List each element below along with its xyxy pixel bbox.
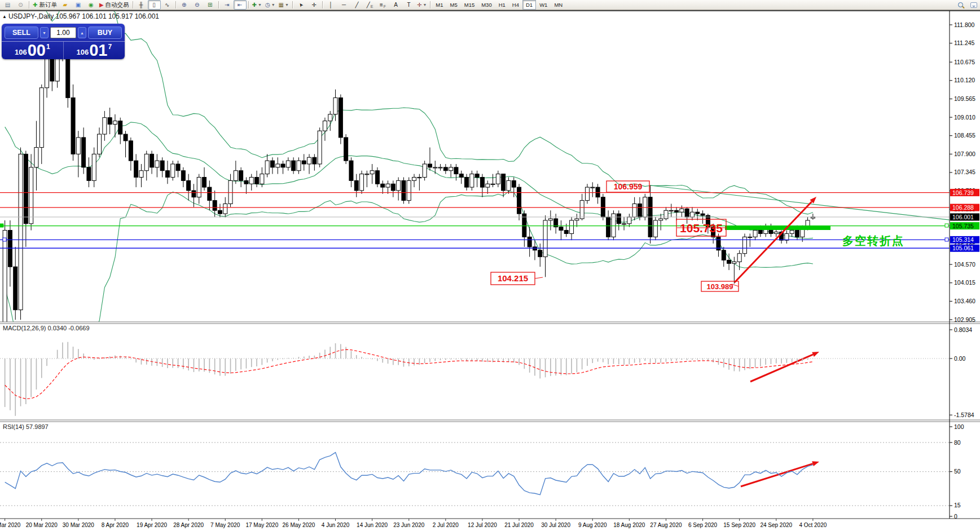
price-tick-label: 110.120	[954, 77, 975, 83]
date-tick-label: 20 Mar 2020	[26, 522, 58, 528]
price-tick-label: 111.800	[954, 21, 975, 28]
rsi-axis-label: 80	[954, 439, 961, 446]
macd-signal-line	[5, 349, 813, 399]
price-axis[interactable]: 111.800111.245110.675110.120109.565109.0…	[950, 21, 979, 520]
price-badge-text: 105.314	[952, 236, 974, 243]
ask-pip-digit: 7	[108, 43, 112, 51]
bid-pip-digit: 1	[46, 43, 50, 51]
date-tick-label: 26 May 2020	[283, 522, 315, 528]
price-tick-label: 109.565	[954, 95, 975, 102]
bullish-arrow-rsi[interactable]	[741, 461, 819, 486]
line-handle[interactable]	[945, 224, 948, 227]
date-tick-label: 30 Jul 2020	[541, 522, 570, 528]
date-tick-label: 21 Jul 2020	[504, 522, 534, 528]
date-tick-label: 17 May 2020	[245, 522, 278, 528]
date-tick-label: 27 Aug 2020	[650, 522, 682, 528]
date-tick-label: 24 Sep 2020	[760, 522, 792, 528]
bull-bear-turning-point-note[interactable]: 多空转折点	[842, 234, 904, 247]
rsi-axis-label: 50	[954, 468, 961, 475]
macd-indicator-label: MACD(12,26,9) 0.0340 -0.0669	[3, 325, 90, 331]
main-price-pane[interactable]	[3, 0, 953, 343]
mt4-terminal: ▤⊙✚新订单▰▣◉▶自动交易╫▯∿⊕⊖⊞⇥⇤✚▼◷▼▦▼➤✛│─╱╱E≡FAT✛…	[0, 0, 980, 531]
one-click-trading-panel: SELL ▼ ▲ BUY 106 00 1 106 01 7	[2, 24, 125, 59]
date-tick-label: 7 May 2020	[210, 522, 240, 528]
bullish-arrow-macd[interactable]	[750, 352, 819, 382]
date-tick-label: 4 Oct 2020	[799, 522, 827, 528]
rsi-axis-label: 15	[954, 502, 961, 508]
macd-axis-label: 0.00	[954, 355, 966, 362]
chart-symbol-period: USDJPY-,Daily	[8, 12, 54, 20]
line-handle[interactable]	[945, 238, 948, 241]
macd-axis-label: 0.8034	[954, 326, 972, 333]
date-tick-label: 28 Apr 2020	[173, 522, 204, 528]
sell-button[interactable]: SELL	[5, 26, 38, 39]
bollinger-bands	[5, 0, 813, 340]
date-tick-label: 14 Jun 2020	[357, 522, 388, 528]
price-tick-label: 102.905	[954, 316, 975, 323]
chart-title: ▲USDJPY-,Daily 105.967 106.101 105.917 1…	[2, 12, 159, 20]
price-badge-text: 105.735	[952, 223, 974, 229]
line-handle[interactable]	[3, 238, 6, 241]
price-tick-label: 107.345	[954, 169, 975, 175]
date-tick-label: 6 Sep 2020	[688, 522, 718, 528]
date-tick-label: 4 Jun 2020	[322, 522, 350, 528]
price-tick-label: 111.245	[954, 39, 975, 46]
rsi-pane[interactable]	[0, 442, 950, 506]
bid-price[interactable]: 106 00 1	[2, 42, 64, 59]
rsi-line	[5, 453, 813, 495]
volume-down-button[interactable]: ▼	[40, 27, 49, 38]
candles-layer	[3, 28, 815, 343]
date-tick-label: 23 Jun 2020	[393, 522, 424, 528]
price-tick-label: 109.010	[954, 114, 975, 121]
line-handle[interactable]	[0, 224, 3, 227]
price-tick-label: 103.460	[954, 298, 975, 304]
chart-annotations[interactable]: 106.959105.735104.215103.989多空转折点	[491, 181, 904, 486]
rsi-axis-label: 100	[954, 423, 964, 430]
price-tick-label: 110.675	[954, 59, 975, 65]
price-label-text: 103.989	[707, 282, 733, 291]
price-label-text: 104.215	[498, 273, 528, 283]
ask-prefix: 106	[76, 48, 89, 56]
date-tick-label: 15 Sep 2020	[723, 522, 755, 528]
macd-pane[interactable]	[0, 342, 950, 416]
date-tick-label: 18 Aug 2020	[613, 522, 645, 528]
rsi-indicator-label: RSI(14) 57.9897	[3, 423, 49, 430]
date-axis[interactable]: 11 Mar 202020 Mar 202030 Mar 20208 Apr 2…	[0, 519, 827, 528]
date-tick-label: 8 Apr 2020	[102, 522, 129, 528]
ask-price[interactable]: 106 01 7	[64, 42, 125, 59]
chart-ohlc-values: 105.967 106.101 105.917 106.001	[56, 12, 160, 20]
chart-canvas[interactable]: 106.959105.735104.215103.989多空转折点111.800…	[0, 0, 980, 531]
volume-up-button[interactable]: ▲	[78, 27, 86, 38]
date-tick-label: 19 Apr 2020	[137, 522, 167, 528]
support-zone-bar[interactable]	[725, 225, 830, 230]
buy-button[interactable]: BUY	[88, 26, 122, 39]
date-tick-label: 30 Mar 2020	[63, 522, 95, 528]
ask-big-digits: 01	[89, 43, 107, 57]
date-tick-label: 2 Jul 2020	[433, 522, 459, 528]
price-tick-label: 104.570	[954, 261, 975, 268]
collapse-icon[interactable]: ▲	[2, 14, 7, 19]
volume-input[interactable]	[50, 27, 76, 38]
macd-axis-label: -1.5784	[954, 411, 974, 418]
date-tick-label: 9 Aug 2020	[578, 522, 607, 528]
price-badge-text: 106.739	[952, 189, 974, 196]
rsi-axis-label: 0	[954, 513, 957, 520]
date-tick-label: 12 Jul 2020	[468, 522, 497, 528]
bid-prefix: 106	[15, 48, 27, 56]
bid-big-digits: 00	[28, 43, 46, 57]
price-badge-text: 106.288	[952, 204, 974, 211]
date-tick-label: 11 Mar 2020	[0, 522, 21, 528]
price-badge-text: 106.001	[952, 214, 974, 220]
price-tick-label: 104.015	[954, 279, 975, 286]
price-tick-label: 108.455	[954, 132, 975, 139]
price-badge-text: 105.061	[952, 245, 974, 251]
price-label-text: 106.959	[614, 182, 643, 191]
price-tick-label: 107.900	[954, 151, 975, 157]
